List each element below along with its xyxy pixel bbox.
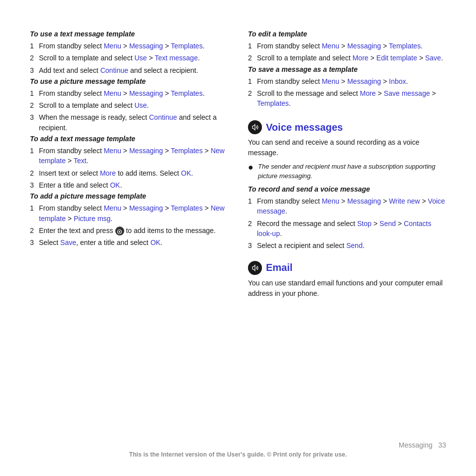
step-num: 3 bbox=[30, 180, 37, 190]
step-num: 1 bbox=[248, 41, 255, 51]
step-3: 3 Add text and select Continue and selec… bbox=[30, 65, 228, 75]
link-menu[interactable]: Menu bbox=[322, 42, 339, 50]
step-num: 3 bbox=[248, 240, 255, 250]
step-text: When the message is ready, select Contin… bbox=[39, 112, 228, 133]
link-menu[interactable]: Menu bbox=[322, 197, 339, 205]
link-templates[interactable]: Templates bbox=[389, 42, 421, 50]
footer: This is the Internet version of the User… bbox=[0, 450, 476, 458]
step-1: 1 From standby select Menu > Messaging >… bbox=[30, 88, 228, 98]
link-menu[interactable]: Menu bbox=[104, 147, 121, 155]
link-more[interactable]: More bbox=[100, 169, 116, 177]
link-messaging[interactable]: Messaging bbox=[347, 42, 381, 50]
link-messaging[interactable]: Messaging bbox=[129, 147, 163, 155]
link-more[interactable]: More bbox=[352, 54, 368, 62]
link-inbox[interactable]: Inbox bbox=[389, 77, 406, 85]
section-edit-template: To edit a template 1 From standby select… bbox=[248, 30, 446, 63]
link-write-new[interactable]: Write new bbox=[389, 197, 420, 205]
link-stop[interactable]: Stop bbox=[357, 220, 372, 228]
step-text: Scroll to the message and select More > … bbox=[257, 88, 446, 109]
steps-use-picture-template: 1 From standby select Menu > Messaging >… bbox=[30, 88, 228, 133]
step-text: Scroll to a template and select Use. bbox=[39, 100, 228, 110]
link-save[interactable]: Save bbox=[425, 54, 441, 62]
link-text-message[interactable]: Text message bbox=[155, 54, 198, 62]
voice-messages-icon bbox=[248, 120, 262, 134]
link-menu[interactable]: Menu bbox=[104, 89, 121, 97]
step-text: Select a recipient and select Send. bbox=[257, 240, 446, 250]
main-content: To use a text message template 1 From st… bbox=[30, 30, 446, 301]
step-3: 3 Select a recipient and select Send. bbox=[248, 240, 446, 250]
link-ok[interactable]: OK bbox=[110, 181, 120, 189]
step-1: 1 From standby select Menu > Messaging >… bbox=[30, 203, 228, 224]
right-column: To edit a template 1 From standby select… bbox=[248, 30, 446, 301]
step-1: 1 From standby select Menu > Messaging >… bbox=[30, 41, 228, 51]
step-3: 3 Enter a title and select OK. bbox=[30, 180, 228, 190]
link-continue[interactable]: Continue bbox=[100, 66, 128, 74]
link-edit-template[interactable]: Edit template bbox=[376, 54, 417, 62]
section-save-as-template: To save a message as a template 1 From s… bbox=[248, 65, 446, 109]
section-add-text-template: To add a text message template 1 From st… bbox=[30, 135, 228, 190]
link-text[interactable]: Text bbox=[73, 157, 86, 165]
link-save-message[interactable]: Save message bbox=[384, 89, 430, 97]
heading-edit-template: To edit a template bbox=[248, 30, 446, 38]
heading-add-picture-template: To add a picture message template bbox=[30, 192, 228, 200]
step-2: 2 Scroll to a template and select Use. bbox=[30, 100, 228, 110]
page-number: 33 bbox=[438, 441, 446, 449]
step-2: 2 Scroll to a template and select More >… bbox=[248, 53, 446, 63]
link-menu[interactable]: Menu bbox=[104, 42, 121, 50]
link-menu[interactable]: Menu bbox=[322, 77, 339, 85]
step-text: From standby select Menu > Messaging > T… bbox=[39, 88, 228, 98]
steps-save-as-template: 1 From standby select Menu > Messaging >… bbox=[248, 76, 446, 109]
step-2: 2 Insert text or select More to add item… bbox=[30, 168, 228, 178]
link-contacts-lookup[interactable]: Contacts look-up bbox=[257, 220, 431, 238]
step-num: 1 bbox=[30, 88, 37, 98]
step-num: 1 bbox=[30, 41, 37, 51]
step-num: 2 bbox=[30, 100, 37, 110]
step-text: From standby select Menu > Messaging > W… bbox=[257, 196, 446, 217]
steps-add-picture-template: 1 From standby select Menu > Messaging >… bbox=[30, 203, 228, 247]
link-picture-msg[interactable]: Picture msg bbox=[74, 215, 111, 223]
link-templates[interactable]: Templates bbox=[257, 99, 289, 107]
link-ok[interactable]: OK bbox=[150, 238, 160, 246]
step-2: 2 Enter the text and press to add items … bbox=[30, 226, 228, 236]
link-menu[interactable]: Menu bbox=[104, 204, 121, 212]
voice-messages-desc: You can send and receive a sound recordi… bbox=[248, 137, 446, 158]
step-1: 1 From standby select Menu > Messaging >… bbox=[248, 41, 446, 51]
step-num: 2 bbox=[248, 53, 255, 63]
link-messaging[interactable]: Messaging bbox=[129, 42, 163, 50]
step-num: 3 bbox=[30, 65, 37, 75]
steps-use-text-template: 1 From standby select Menu > Messaging >… bbox=[30, 41, 228, 75]
step-num: 3 bbox=[30, 238, 37, 247]
email-title: Email bbox=[266, 262, 292, 273]
step-text: Scroll to a template and select Use > Te… bbox=[39, 53, 228, 63]
link-messaging[interactable]: Messaging bbox=[129, 204, 163, 212]
steps-add-text-template: 1 From standby select Menu > Messaging >… bbox=[30, 146, 228, 190]
section-record-voice: To record and send a voice message 1 Fro… bbox=[248, 185, 446, 250]
step-num: 1 bbox=[30, 203, 37, 224]
heading-use-picture-template: To use a picture message template bbox=[30, 77, 228, 85]
link-send[interactable]: Send bbox=[380, 220, 396, 228]
link-messaging[interactable]: Messaging bbox=[129, 89, 163, 97]
link-use[interactable]: Use bbox=[134, 101, 147, 109]
link-messaging[interactable]: Messaging bbox=[347, 77, 381, 85]
link-ok[interactable]: OK bbox=[181, 169, 191, 177]
step-text: Enter a title and select OK. bbox=[39, 180, 228, 190]
step-text: Scroll to a template and select More > E… bbox=[257, 53, 446, 63]
link-save[interactable]: Save bbox=[60, 238, 76, 246]
link-templates[interactable]: Templates bbox=[171, 204, 203, 212]
step-2: 2 Scroll to the message and select More … bbox=[248, 88, 446, 109]
link-continue[interactable]: Continue bbox=[149, 113, 177, 121]
link-templates[interactable]: Templates bbox=[171, 89, 203, 97]
link-use[interactable]: Use bbox=[134, 54, 147, 62]
link-templates[interactable]: Templates bbox=[171, 147, 203, 155]
step-text: From standby select Menu > Messaging > T… bbox=[39, 41, 228, 51]
link-more[interactable]: More bbox=[360, 89, 376, 97]
step-num: 2 bbox=[248, 219, 255, 239]
link-send[interactable]: Send bbox=[346, 241, 363, 249]
email-desc: You can use standard email functions and… bbox=[248, 278, 446, 299]
step-text: Enter the text and press to add items to… bbox=[39, 226, 228, 236]
link-templates[interactable]: Templates bbox=[171, 42, 203, 50]
link-messaging[interactable]: Messaging bbox=[347, 197, 381, 205]
heading-save-as-template: To save a message as a template bbox=[248, 65, 446, 73]
step-num: 2 bbox=[30, 53, 37, 63]
step-text: Select Save, enter a title and select OK… bbox=[39, 238, 228, 247]
